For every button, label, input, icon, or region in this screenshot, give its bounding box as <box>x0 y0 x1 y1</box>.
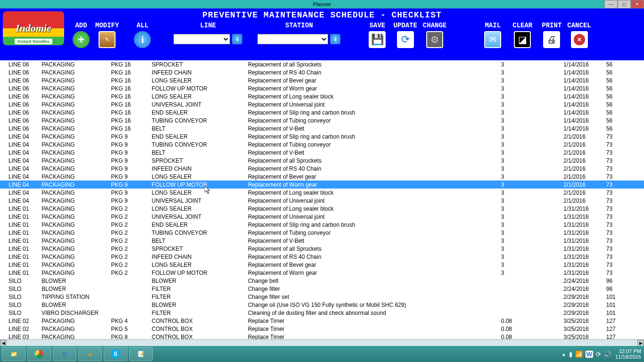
cell-days: 127 <box>604 333 644 339</box>
cell-area: PACKAGING <box>40 92 109 100</box>
brand-logo: Indomie Instant Noodles <box>3 11 64 45</box>
table-row[interactable]: LINE 04PACKAGINGPKG 9BELTReplacement of … <box>0 148 644 156</box>
tray-chevron-icon[interactable]: ▴ <box>562 351 565 357</box>
table-row[interactable]: LINE 02PACKAGINGPKG 4CONTROL BOXReplace … <box>0 317 644 325</box>
taskbar[interactable]: 📁 O ▲ S 📝 ▴ ▮ 📶 W ⟳ 🔊 12:07 PM 11/18/201… <box>0 346 644 362</box>
table-row[interactable]: LINE 04PACKAGINGPKG 9END SEALERReplaceme… <box>0 132 644 140</box>
all-button[interactable]: i <box>134 31 151 48</box>
cell-pkg: PKG 2 <box>109 221 150 229</box>
cell-line: LINE 01 <box>0 221 40 229</box>
clear-button[interactable]: ◪ <box>514 31 531 48</box>
table-row[interactable]: SILOBLOWERBLOWERChange belt2/24/201696 <box>0 277 644 285</box>
table-row[interactable]: LINE 06PACKAGINGPKG 16SPROCKETReplacemen… <box>0 60 644 68</box>
cell-qty: 3 <box>499 245 562 253</box>
station-info-button[interactable]: i <box>330 34 340 44</box>
taskbar-item-chrome[interactable] <box>27 347 51 361</box>
line-info-button[interactable]: i <box>232 34 242 44</box>
cell-date: 2/1/2016 <box>561 189 604 197</box>
cell-qty <box>499 309 562 317</box>
cell-qty: 3 <box>499 156 562 165</box>
table-row[interactable]: LINE 01PACKAGINGPKG 2FOLLOW UP MOTORRepl… <box>0 269 644 277</box>
battery-icon[interactable]: ▮ <box>569 351 572 358</box>
cell-pkg: PKG 16 <box>109 124 150 132</box>
cell-days: 56 <box>604 116 644 124</box>
table-row[interactable]: SILOVIBRO DISCHARGERFILTERCleaning of de… <box>0 309 644 317</box>
table-row[interactable]: LINE 01PACKAGINGPKG 2INFEED CHAINReplace… <box>0 253 644 261</box>
close-button[interactable]: ✕ <box>631 0 644 8</box>
notebook-icon: ✎ <box>105 36 109 43</box>
cell-comp: LONG SEALER <box>150 173 246 181</box>
table-row[interactable]: LINE 06PACKAGINGPKG 16LONG SEALERReplace… <box>0 92 644 100</box>
table-row[interactable]: LINE 01PACKAGINGPKG 2UNIVERSAL JOINTRepl… <box>0 213 644 221</box>
mail-button[interactable]: ✉ <box>484 31 501 48</box>
cell-desc: Replacement of Slip ring and carbon brus… <box>246 221 499 229</box>
table-row[interactable]: SILOBLOWERFILTERChange filter2/24/201696 <box>0 285 644 293</box>
update-button[interactable]: ⟳ <box>397 31 414 48</box>
cell-qty: 3 <box>499 221 562 229</box>
cell-pkg: PKG 8 <box>109 333 150 339</box>
network-icon[interactable]: 📶 <box>575 351 583 358</box>
cancel-button[interactable]: ✕ <box>571 31 588 48</box>
table-row[interactable]: LINE 01PACKAGINGPKG 2LONG SEALERReplacem… <box>0 205 644 213</box>
horizontal-scrollbar[interactable]: ◀ ▶ <box>0 339 644 346</box>
taskbar-item-notepad[interactable]: 📝 <box>129 347 153 361</box>
table-row[interactable]: LINE 04PACKAGINGPKG 9UNIVERSAL JOINTRepl… <box>0 197 644 205</box>
tray-time-text: 12:07 PM <box>615 348 641 354</box>
station-select[interactable] <box>257 34 328 44</box>
table-row[interactable]: LINE 04PACKAGINGPKG 9LONG SEALERReplacem… <box>0 189 644 197</box>
volume-icon[interactable]: 🔊 <box>604 351 611 358</box>
table-row[interactable]: LINE 04PACKAGINGPKG 9INFEED CHAINReplace… <box>0 165 644 173</box>
line-select[interactable] <box>173 34 230 44</box>
cell-desc: Replacement of Universal joint <box>246 100 499 108</box>
table-row[interactable]: LINE 01PACKAGINGPKG 2TUBING CONVEYORRepl… <box>0 229 644 237</box>
table-row[interactable]: LINE 04PACKAGINGPKG 9LONG SEALERReplacem… <box>0 173 644 181</box>
table-row[interactable]: LINE 01PACKAGINGPKG 2BELTReplacement of … <box>0 237 644 245</box>
table-row[interactable]: LINE 03PACKAGINGPKG 8CONTROL BOXReplace … <box>0 333 644 339</box>
system-tray[interactable]: ▴ ▮ 📶 W ⟳ 🔊 12:07 PM 11/18/2015 <box>562 348 641 360</box>
table-row[interactable]: LINE 04PACKAGINGPKG 9SPROCKETReplacement… <box>0 156 644 165</box>
table-row[interactable]: LINE 06PACKAGINGPKG 16UNIVERSAL JOINTRep… <box>0 100 644 108</box>
table-row[interactable]: LINE 06PACKAGINGPKG 16LONG SEALERReplace… <box>0 76 644 84</box>
table-row[interactable]: LINE 06PACKAGINGPKG 16TUBING CONVEYORRep… <box>0 116 644 124</box>
tray-clock[interactable]: 12:07 PM 11/18/2015 <box>615 348 641 360</box>
gear-icon: ⚙ <box>430 34 439 45</box>
window-titlebar: Planner — ▢ ✕ <box>0 0 644 8</box>
table-row[interactable]: LINE 02PACKAGINGPKG 5CONTROL BOXReplace … <box>0 325 644 333</box>
table-row[interactable]: LINE 01PACKAGINGPKG 2LONG SEALERReplacem… <box>0 261 644 269</box>
cell-area: PACKAGING <box>40 148 109 156</box>
table-row[interactable]: LINE 04PACKAGINGPKG 9FOLLOW UP MOTORRepl… <box>0 181 644 189</box>
cell-date: 1/14/2016 <box>561 84 604 92</box>
table-row[interactable]: SILOTIPPING STATIONFILTERChange filter s… <box>0 293 644 301</box>
print-button[interactable]: 🖨 <box>543 31 560 48</box>
cell-line: LINE 06 <box>0 68 40 76</box>
table-row[interactable]: LINE 01PACKAGINGPKG 2SPROCKETReplacement… <box>0 245 644 253</box>
save-button[interactable]: 💾 <box>369 31 386 48</box>
cell-qty: 3 <box>499 213 562 221</box>
table-row[interactable]: SILOBLOWERBLOWERChange oil (Use ISO VG 1… <box>0 301 644 309</box>
taskbar-item-vlc[interactable]: ▲ <box>78 347 102 361</box>
taskbar-item-skype[interactable]: S <box>104 347 127 361</box>
change-button[interactable]: ⚙ <box>426 31 443 48</box>
table-row[interactable]: LINE 06PACKAGINGPKG 16END SEALERReplacem… <box>0 108 644 116</box>
modify-button[interactable]: ✎ <box>99 31 116 48</box>
cell-date: 3/25/2016 <box>561 317 604 325</box>
word-icon[interactable]: W <box>586 351 593 358</box>
table-row[interactable]: LINE 01PACKAGINGPKG 2END SEALERReplaceme… <box>0 221 644 229</box>
cell-line: LINE 06 <box>0 124 40 132</box>
cell-days: 56 <box>604 124 644 132</box>
minimize-button[interactable]: — <box>604 0 618 8</box>
cell-days: 73 <box>604 132 644 140</box>
cell-line: LINE 04 <box>0 148 40 156</box>
add-button[interactable]: + <box>73 31 90 48</box>
scroll-right-button[interactable]: ▶ <box>637 340 644 346</box>
table-row[interactable]: LINE 06PACKAGINGPKG 16FOLLOW UP MOTORRep… <box>0 84 644 92</box>
table-row[interactable]: LINE 06PACKAGINGPKG 16INFEED CHAINReplac… <box>0 68 644 76</box>
data-grid[interactable]: LINE 06PACKAGINGPKG 16SPROCKETReplacemen… <box>0 60 644 339</box>
scroll-left-button[interactable]: ◀ <box>0 340 7 346</box>
sync-icon[interactable]: ⟳ <box>596 351 601 358</box>
table-row[interactable]: LINE 06PACKAGINGPKG 16BELTReplacement of… <box>0 124 644 132</box>
taskbar-item-outlook[interactable]: O <box>53 347 76 361</box>
taskbar-item-explorer[interactable]: 📁 <box>2 347 25 361</box>
maximize-button[interactable]: ▢ <box>618 0 631 8</box>
table-row[interactable]: LINE 04PACKAGINGPKG 9TUBING CONVEYORRepl… <box>0 140 644 148</box>
